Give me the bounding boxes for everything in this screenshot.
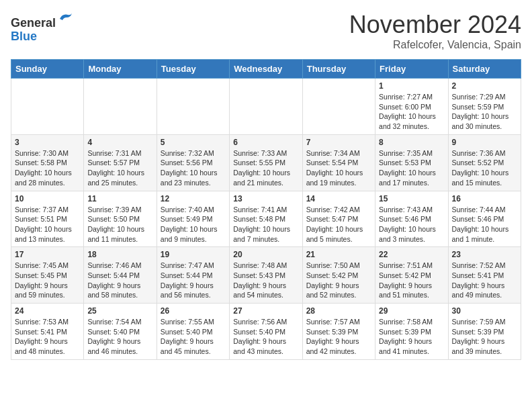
- calendar-cell: 29Sunrise: 7:58 AMSunset: 5:39 PMDayligh…: [375, 304, 448, 360]
- day-number: 27: [233, 306, 298, 316]
- calendar-cell: 25Sunrise: 7:54 AMSunset: 5:40 PMDayligh…: [84, 304, 157, 360]
- calendar-cell: 22Sunrise: 7:51 AMSunset: 5:42 PMDayligh…: [375, 247, 448, 304]
- day-info: Sunrise: 7:34 AMSunset: 5:54 PMDaylight:…: [306, 148, 371, 188]
- day-number: 26: [161, 306, 226, 316]
- calendar-cell: 30Sunrise: 7:59 AMSunset: 5:39 PMDayligh…: [448, 304, 521, 360]
- day-number: 5: [161, 138, 226, 147]
- day-number: 7: [306, 138, 371, 147]
- day-info: Sunrise: 7:55 AMSunset: 5:40 PMDaylight:…: [161, 317, 226, 357]
- day-info: Sunrise: 7:47 AMSunset: 5:44 PMDaylight:…: [161, 261, 226, 300]
- calendar-cell: 28Sunrise: 7:57 AMSunset: 5:39 PMDayligh…: [302, 304, 375, 360]
- calendar-cell: 11Sunrise: 7:39 AMSunset: 5:50 PMDayligh…: [84, 191, 157, 247]
- weekday-header: Tuesday: [157, 60, 229, 79]
- day-info: Sunrise: 7:59 AMSunset: 5:39 PMDaylight:…: [452, 317, 517, 357]
- day-info: Sunrise: 7:30 AMSunset: 5:58 PMDaylight:…: [15, 148, 80, 188]
- calendar-cell: [84, 79, 157, 135]
- calendar-week-row: 17Sunrise: 7:45 AMSunset: 5:45 PMDayligh…: [11, 247, 521, 304]
- day-info: Sunrise: 7:42 AMSunset: 5:47 PMDaylight:…: [306, 205, 371, 244]
- day-number: 6: [233, 138, 298, 147]
- month-title: November 2024: [349, 11, 521, 39]
- calendar-cell: 19Sunrise: 7:47 AMSunset: 5:44 PMDayligh…: [157, 247, 229, 304]
- day-number: 3: [15, 138, 80, 147]
- calendar-cell: 10Sunrise: 7:37 AMSunset: 5:51 PMDayligh…: [11, 191, 84, 247]
- calendar-cell: 9Sunrise: 7:36 AMSunset: 5:52 PMDaylight…: [448, 134, 521, 191]
- weekday-header: Monday: [84, 60, 157, 79]
- calendar-week-row: 24Sunrise: 7:53 AMSunset: 5:41 PMDayligh…: [11, 304, 521, 360]
- day-info: Sunrise: 7:46 AMSunset: 5:44 PMDaylight:…: [87, 261, 152, 300]
- day-number: 12: [161, 194, 226, 203]
- day-info: Sunrise: 7:44 AMSunset: 5:46 PMDaylight:…: [452, 205, 517, 244]
- calendar-cell: 14Sunrise: 7:42 AMSunset: 5:47 PMDayligh…: [302, 191, 375, 247]
- day-number: 2: [452, 81, 517, 91]
- day-info: Sunrise: 7:45 AMSunset: 5:45 PMDaylight:…: [15, 261, 80, 300]
- day-info: Sunrise: 7:39 AMSunset: 5:50 PMDaylight:…: [87, 205, 152, 244]
- calendar-cell: 21Sunrise: 7:50 AMSunset: 5:42 PMDayligh…: [302, 247, 375, 304]
- day-info: Sunrise: 7:43 AMSunset: 5:46 PMDaylight:…: [379, 205, 444, 244]
- calendar-cell: 26Sunrise: 7:55 AMSunset: 5:40 PMDayligh…: [157, 304, 229, 360]
- day-number: 19: [161, 250, 226, 259]
- calendar-cell: 12Sunrise: 7:40 AMSunset: 5:49 PMDayligh…: [157, 191, 229, 247]
- day-info: Sunrise: 7:32 AMSunset: 5:56 PMDaylight:…: [161, 148, 226, 188]
- page-header: General Blue November 2024 Rafelcofer, V…: [11, 11, 521, 51]
- calendar-cell: [302, 79, 375, 135]
- day-number: 23: [452, 250, 517, 259]
- title-block: November 2024 Rafelcofer, Valencia, Spai…: [349, 11, 521, 51]
- calendar-week-row: 3Sunrise: 7:30 AMSunset: 5:58 PMDaylight…: [11, 134, 521, 191]
- calendar-cell: 5Sunrise: 7:32 AMSunset: 5:56 PMDaylight…: [157, 134, 229, 191]
- day-number: 28: [306, 306, 371, 316]
- day-number: 13: [233, 194, 298, 203]
- day-number: 25: [87, 306, 152, 316]
- calendar-cell: 1Sunrise: 7:27 AMSunset: 6:00 PMDaylight…: [375, 79, 448, 135]
- day-number: 1: [379, 81, 444, 91]
- day-info: Sunrise: 7:36 AMSunset: 5:52 PMDaylight:…: [452, 148, 517, 188]
- day-number: 18: [87, 250, 152, 259]
- day-info: Sunrise: 7:27 AMSunset: 6:00 PMDaylight:…: [379, 92, 444, 132]
- day-info: Sunrise: 7:50 AMSunset: 5:42 PMDaylight:…: [306, 261, 371, 300]
- day-number: 9: [452, 138, 517, 147]
- calendar-cell: 3Sunrise: 7:30 AMSunset: 5:58 PMDaylight…: [11, 134, 84, 191]
- day-number: 24: [15, 306, 80, 316]
- calendar-cell: 27Sunrise: 7:56 AMSunset: 5:40 PMDayligh…: [230, 304, 302, 360]
- calendar-week-row: 1Sunrise: 7:27 AMSunset: 6:00 PMDaylight…: [11, 79, 521, 135]
- weekday-header: Thursday: [302, 60, 375, 79]
- day-info: Sunrise: 7:48 AMSunset: 5:43 PMDaylight:…: [233, 261, 298, 300]
- day-number: 15: [379, 194, 444, 203]
- day-number: 10: [15, 194, 80, 203]
- day-info: Sunrise: 7:57 AMSunset: 5:39 PMDaylight:…: [306, 317, 371, 357]
- calendar-table: SundayMondayTuesdayWednesdayThursdayFrid…: [11, 59, 521, 360]
- weekday-header: Saturday: [448, 60, 521, 79]
- calendar-cell: 2Sunrise: 7:29 AMSunset: 5:59 PMDaylight…: [448, 79, 521, 135]
- day-info: Sunrise: 7:29 AMSunset: 5:59 PMDaylight:…: [452, 92, 517, 132]
- day-info: Sunrise: 7:52 AMSunset: 5:41 PMDaylight:…: [452, 261, 517, 300]
- day-number: 29: [379, 306, 444, 316]
- day-number: 16: [452, 194, 517, 203]
- calendar-cell: 13Sunrise: 7:41 AMSunset: 5:48 PMDayligh…: [230, 191, 302, 247]
- logo-blue: Blue: [11, 30, 37, 43]
- day-number: 30: [452, 306, 517, 316]
- calendar-cell: [11, 79, 84, 135]
- calendar-cell: 6Sunrise: 7:33 AMSunset: 5:55 PMDaylight…: [230, 134, 302, 191]
- calendar-cell: 24Sunrise: 7:53 AMSunset: 5:41 PMDayligh…: [11, 304, 84, 360]
- day-info: Sunrise: 7:51 AMSunset: 5:42 PMDaylight:…: [379, 261, 444, 300]
- day-info: Sunrise: 7:31 AMSunset: 5:57 PMDaylight:…: [87, 148, 152, 188]
- day-number: 4: [87, 138, 152, 147]
- calendar-cell: 8Sunrise: 7:35 AMSunset: 5:53 PMDaylight…: [375, 134, 448, 191]
- calendar-cell: 20Sunrise: 7:48 AMSunset: 5:43 PMDayligh…: [230, 247, 302, 304]
- day-info: Sunrise: 7:41 AMSunset: 5:48 PMDaylight:…: [233, 205, 298, 244]
- day-number: 21: [306, 250, 371, 259]
- day-info: Sunrise: 7:56 AMSunset: 5:40 PMDaylight:…: [233, 317, 298, 357]
- day-info: Sunrise: 7:58 AMSunset: 5:39 PMDaylight:…: [379, 317, 444, 357]
- day-info: Sunrise: 7:35 AMSunset: 5:53 PMDaylight:…: [379, 148, 444, 188]
- day-info: Sunrise: 7:40 AMSunset: 5:49 PMDaylight:…: [161, 205, 226, 244]
- calendar-cell: [230, 79, 302, 135]
- day-number: 20: [233, 250, 298, 259]
- logo-bird-icon: [57, 11, 73, 27]
- calendar-cell: 18Sunrise: 7:46 AMSunset: 5:44 PMDayligh…: [84, 247, 157, 304]
- logo: General Blue: [11, 11, 73, 44]
- calendar-cell: 15Sunrise: 7:43 AMSunset: 5:46 PMDayligh…: [375, 191, 448, 247]
- day-info: Sunrise: 7:53 AMSunset: 5:41 PMDaylight:…: [15, 317, 80, 357]
- calendar-cell: [157, 79, 229, 135]
- day-number: 11: [87, 194, 152, 203]
- logo-general: General: [11, 16, 56, 30]
- calendar-cell: 4Sunrise: 7:31 AMSunset: 5:57 PMDaylight…: [84, 134, 157, 191]
